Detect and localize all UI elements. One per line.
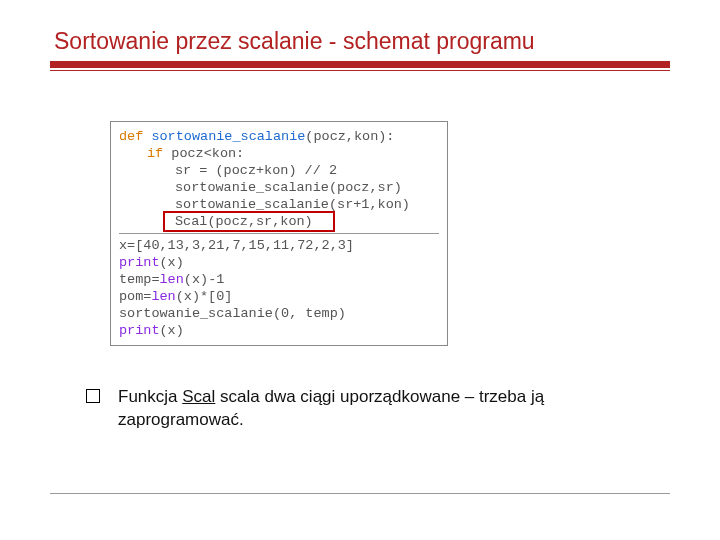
bullet-icon <box>86 389 100 403</box>
keyword-len: len <box>160 272 184 287</box>
code-line: sr = (pocz+kon) // 2 <box>119 162 439 179</box>
code-line: sortowanie_scalanie(0, temp) <box>119 305 439 322</box>
keyword-print: print <box>119 323 160 338</box>
code-line: x=[40,13,3,21,7,15,11,72,2,3] <box>119 237 439 254</box>
slide-title: Sortowanie przez scalanie - schemat prog… <box>54 28 670 55</box>
bullet-text: Funkcja Scal scala dwa ciągi uporządkowa… <box>118 386 638 432</box>
code-line: sortowanie_scalanie(sr+1,kon) <box>119 196 439 213</box>
func-name: sortowanie_scalanie <box>151 129 305 144</box>
code-line: sortowanie_scalanie(pocz,sr) <box>119 179 439 196</box>
title-rule-thick <box>50 61 670 68</box>
keyword-def: def <box>119 129 143 144</box>
code-line-scal: Scal(pocz,sr,kon) <box>119 213 439 230</box>
code-block: def sortowanie_scalanie(pocz,kon): if po… <box>110 121 448 346</box>
keyword-print: print <box>119 255 160 270</box>
code-line: if pocz<kon: <box>119 145 439 162</box>
func-params: (pocz,kon): <box>305 129 394 144</box>
print-arg: (x) <box>160 255 184 270</box>
code-line: temp=len(x)-1 <box>119 271 439 288</box>
code-line: pom=len(x)*[0] <box>119 288 439 305</box>
code-line: def sortowanie_scalanie(pocz,kon): <box>119 128 439 145</box>
slide: Sortowanie przez scalanie - schemat prog… <box>0 0 720 540</box>
bullet-item: Funkcja Scal scala dwa ciągi uporządkowa… <box>86 386 670 432</box>
footer-rule <box>50 493 670 494</box>
code-separator <box>119 233 439 234</box>
title-rule-thin <box>50 70 670 71</box>
code-line: print(x) <box>119 254 439 271</box>
if-cond: pocz<kon: <box>163 146 244 161</box>
code-line: print(x) <box>119 322 439 339</box>
print-arg: (x) <box>160 323 184 338</box>
keyword-if: if <box>147 146 163 161</box>
keyword-len: len <box>151 289 175 304</box>
scal-name: Scal <box>182 387 215 406</box>
